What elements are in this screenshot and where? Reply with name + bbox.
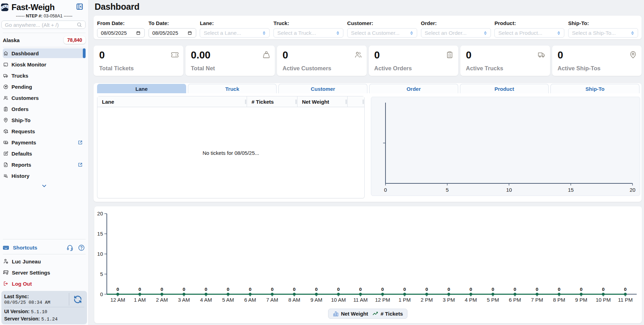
svg-text:0: 0 [227, 287, 230, 292]
svg-text:0: 0 [183, 287, 185, 292]
svg-text:6 AM: 6 AM [244, 297, 256, 303]
svg-text:9 PM: 9 PM [575, 297, 587, 303]
svg-text:5 PM: 5 PM [487, 297, 499, 303]
svg-text:3 PM: 3 PM [443, 297, 455, 303]
svg-text:5: 5 [100, 271, 103, 277]
svg-text:0: 0 [536, 287, 539, 292]
svg-text:0: 0 [602, 287, 605, 292]
svg-text:12 PM: 12 PM [375, 297, 390, 303]
svg-text:2 PM: 2 PM [421, 297, 433, 303]
svg-text:0: 0 [624, 287, 627, 292]
svg-text:0: 0 [381, 287, 384, 292]
svg-text:0: 0 [558, 287, 560, 292]
svg-text:15: 15 [97, 231, 103, 237]
svg-text:0: 0 [271, 287, 274, 292]
svg-text:8 AM: 8 AM [288, 297, 300, 303]
svg-text:0: 0 [161, 287, 164, 292]
svg-text:5: 5 [446, 187, 448, 193]
svg-text:0: 0 [580, 287, 583, 292]
svg-text:20: 20 [630, 187, 636, 193]
svg-text:0: 0 [249, 287, 252, 292]
svg-text:0: 0 [384, 187, 387, 193]
svg-text:7 PM: 7 PM [531, 297, 543, 303]
svg-text:1 PM: 1 PM [398, 297, 411, 303]
svg-text:0: 0 [315, 287, 318, 292]
svg-text:0: 0 [117, 287, 119, 292]
svg-text:0: 0 [470, 287, 472, 292]
svg-text:0: 0 [359, 287, 362, 292]
svg-text:0: 0 [492, 287, 494, 292]
svg-text:0: 0 [403, 287, 406, 292]
svg-text:11 AM: 11 AM [353, 297, 367, 303]
svg-text:11 PM: 11 PM [618, 297, 633, 303]
svg-text:0: 0 [205, 287, 207, 292]
svg-text:10: 10 [506, 187, 512, 193]
svg-text:0: 0 [426, 287, 428, 292]
svg-text:10 AM: 10 AM [331, 297, 346, 303]
svg-text:4 PM: 4 PM [465, 297, 477, 303]
svg-text:0: 0 [100, 291, 103, 297]
svg-text:5 AM: 5 AM [222, 297, 234, 303]
svg-text:10: 10 [97, 251, 103, 257]
svg-text:15: 15 [568, 187, 574, 193]
svg-text:0: 0 [293, 287, 296, 292]
svg-text:8 PM: 8 PM [553, 297, 565, 303]
svg-text:0: 0 [138, 287, 141, 292]
svg-text:2 AM: 2 AM [156, 297, 168, 303]
svg-text:1 AM: 1 AM [134, 297, 146, 303]
svg-text:3 AM: 3 AM [178, 297, 190, 303]
svg-text:12 AM: 12 AM [110, 297, 125, 303]
svg-text:4 AM: 4 AM [200, 297, 212, 303]
svg-text:20: 20 [97, 211, 103, 216]
svg-text:0: 0 [447, 287, 450, 292]
svg-text:0: 0 [514, 287, 516, 292]
svg-text:0: 0 [337, 287, 340, 292]
svg-text:10 PM: 10 PM [596, 297, 611, 303]
svg-text:7 AM: 7 AM [266, 297, 278, 303]
svg-text:9 AM: 9 AM [310, 297, 322, 303]
svg-text:6 PM: 6 PM [509, 297, 521, 303]
